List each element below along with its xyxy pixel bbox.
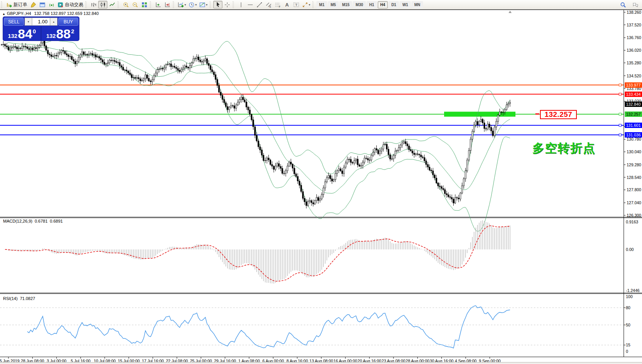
dropdown-caret-icon[interactable]: ▾ [206,3,207,7]
macd-signal-line [5,226,510,281]
svg-text:T: T [295,3,297,7]
rsi-axis-label: 100 [626,294,633,299]
periods-icon[interactable]: ▾ [187,1,198,8]
svg-text:F: F [279,5,280,8]
indicators-icon[interactable]: ▾ [176,1,187,8]
sell-price-pip: 0 [33,28,36,34]
price-line-badge[interactable]: 132.257 [625,111,642,117]
volume-increase-button[interactable]: ▲ [50,18,58,26]
macd-label: MACD(12,26,9)0.67810.6891 [3,219,65,223]
tab-timeframe-M5[interactable]: M5 [328,1,339,8]
volume-input[interactable]: 1.00 [32,18,50,26]
symbol-name: GBPJPY-,H4 [7,11,31,16]
tab-timeframe-W1[interactable]: W1 [400,1,411,8]
rsi-name: RSI(14) [3,296,18,301]
autotrading-icon[interactable]: 自动交易 [56,1,84,8]
tab-timeframe-H4[interactable]: H4 [378,1,388,8]
volume-decrease-button[interactable]: ▼ [25,18,32,26]
zoom-in-icon[interactable] [121,1,130,8]
chart-canvas[interactable] [0,10,642,364]
macd-name: MACD(12,26,9) [3,219,32,223]
buy-button[interactable]: BUY [58,18,78,26]
symbol-info-line: ▲GBPJPY-,H4132.758 132.897 132.659 132.8… [2,11,99,16]
macd-axis-label: 0.9163 [626,220,638,224]
tab-timeframe-M30[interactable]: M30 [353,1,365,8]
macd-histogram [2,220,510,284]
turning-point-note[interactable]: 多空转折点 [532,140,596,156]
price-line-badge[interactable]: 131.601 [625,123,642,128]
trendline-icon[interactable] [255,1,264,8]
templates-icon[interactable]: ▾ [198,1,209,8]
chart-shift-icon[interactable] [163,1,172,8]
tab-timeframe-M15[interactable]: M15 [339,1,352,8]
price-line-badge[interactable]: 131.036 [625,132,642,138]
candlestick-icon[interactable] [98,1,107,8]
collapse-arrow-icon[interactable]: ▲ [2,12,5,16]
toolbar-grip [173,1,175,8]
zoom-out-icon[interactable] [130,1,140,8]
search-icon[interactable] [618,1,627,8]
chart-bottom-strip [0,362,642,364]
one-click-trading-panel: SELL ▼ 1.00 ▲ BUY 132 84 0 132 88 2 [3,17,79,41]
price-annotation-box[interactable]: 132.257 [540,110,577,119]
price-tick-label: 136.760 [627,35,641,40]
line-chart-icon[interactable] [107,1,117,8]
dropdown-caret-icon[interactable]: ▾ [184,3,186,7]
svg-text:E: E [269,5,271,8]
toolbar-groups: 新订单自动交易▾▾▾EFAT▾M1M5M15M30H1H4D1W1MN [0,1,423,8]
text-icon[interactable]: A [282,1,291,8]
chat-icon[interactable] [630,1,640,8]
price-tick-label: 127.040 [627,200,641,205]
label-icon[interactable]: T [291,1,301,8]
cursor-icon[interactable] [213,1,222,8]
bar-chart-icon[interactable] [89,1,98,8]
vertical-line-icon[interactable] [236,1,245,8]
price-line-badge[interactable]: 133.977 [625,82,642,88]
price-box-anchor [535,113,539,115]
tile-windows-icon[interactable] [140,1,149,8]
macd-value-main: 0.6781 [35,219,48,223]
channel-icon[interactable]: E [264,1,273,8]
price-tick-label: 129.280 [627,162,641,167]
toolbar-right-icons [618,0,640,9]
fibonacci-icon[interactable]: F [273,1,282,8]
sell-price-prefix: 132 [8,33,17,39]
buy-price-pip: 2 [71,28,74,34]
current-price-badge: 132.840 [625,102,642,107]
tab-timeframe-D1[interactable]: D1 [388,1,399,8]
bollinger-middle [7,46,510,193]
price-line-badge[interactable]: 133.434 [625,92,642,97]
bollinger-upper [7,40,510,174]
brush-icon[interactable] [28,1,38,8]
rsi-axis-label: 80 [626,305,630,310]
tab-timeframe-MN[interactable]: MN [412,1,423,8]
chart-shift-marker-icon[interactable] [509,11,512,13]
price-tick-label: 126.300 [627,213,641,218]
buy-price-prefix: 132 [46,33,56,39]
rsi-axis-label: 50 [626,323,630,327]
macd-value-signal: 0.6891 [50,219,63,223]
toolbar-grip [1,1,3,8]
dropdown-caret-icon[interactable]: ▾ [309,3,310,7]
macd-axis-label: 0.00 [626,247,634,252]
rsi-axis-label: 15 [626,343,630,347]
sell-button[interactable]: SELL [4,18,24,26]
sell-price[interactable]: 132 84 0 [3,26,41,41]
price-tick-label: 138.260 [627,10,641,15]
buy-price[interactable]: 132 88 2 [41,26,79,41]
new-order-icon[interactable]: 新订单 [5,1,28,8]
buy-price-main: 88 [56,29,71,39]
toolbar-grip [233,1,235,8]
horizontal-line-icon[interactable] [245,1,255,8]
chart-window[interactable]: ▲GBPJPY-,H4132.758 132.897 132.659 132.8… [0,10,642,364]
tab-timeframe-M1[interactable]: M1 [316,1,327,8]
price-tick-label: 130.780 [627,137,641,141]
auto-scroll-icon[interactable] [153,1,163,8]
tab-timeframe-H1[interactable]: H1 [367,1,377,8]
dropdown-caret-icon[interactable]: ▾ [195,3,197,7]
crosshair-icon[interactable] [222,1,232,8]
arrows-icon[interactable]: ▾ [301,1,311,8]
signal-icon[interactable] [47,1,56,8]
window-user-icon[interactable] [38,1,47,8]
autotrading-label: 自动交易 [65,2,83,8]
